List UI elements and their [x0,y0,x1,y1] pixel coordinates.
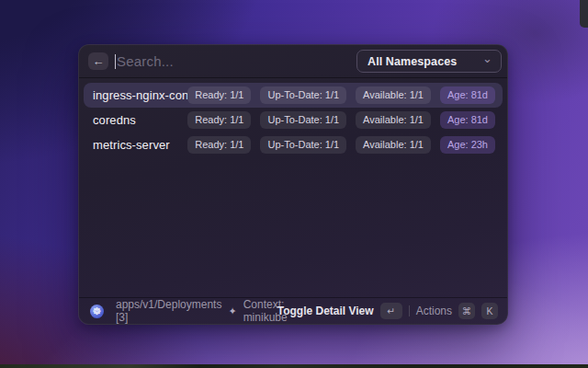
status-bar-left: ☸ apps/v1/Deployments [3] ✦ Context: min… [90,298,277,324]
age-badge: Age: 81d [440,86,495,105]
badge-group: Ready: 1/1 Up-To-Date: 1/1 Available: 1/… [187,111,495,130]
status-bar: ☸ apps/v1/Deployments [3] ✦ Context: min… [79,297,507,324]
deployment-name: coredns [93,113,187,127]
toggle-detail-view-button[interactable]: Toggle Detail View [277,305,374,317]
list-item-ingress-nginx-controller[interactable]: ingress-nginx-controller Ready: 1/1 Up-T… [84,83,503,108]
resource-breadcrumb: apps/v1/Deployments [3] [116,298,221,324]
back-arrow-icon: ← [93,55,105,67]
deployments-list: ingress-nginx-controller Ready: 1/1 Up-T… [79,78,507,157]
ready-badge: Ready: 1/1 [187,111,251,130]
search-placeholder: Search... [117,53,174,69]
wallpaper-bottom-strip [0,364,588,368]
badge-group: Ready: 1/1 Up-To-Date: 1/1 Available: 1/… [187,136,495,155]
up-to-date-badge: Up-To-Date: 1/1 [260,111,346,130]
deployment-name: ingress-nginx-controller [93,88,187,102]
command-palette-window: ← Search... All Namespaces ⌄ ingress-ngi… [78,44,508,325]
actions-button[interactable]: Actions [416,305,452,317]
age-badge: Age: 81d [440,111,495,130]
kubernetes-icon: ☸ [90,305,104,318]
ready-badge: Ready: 1/1 [187,136,251,155]
namespace-dropdown-value: All Namespaces [368,55,457,68]
list-item-metrics-server[interactable]: metrics-server Ready: 1/1 Up-To-Date: 1/… [84,132,503,157]
ready-badge: Ready: 1/1 [187,86,251,105]
up-to-date-badge: Up-To-Date: 1/1 [260,136,346,155]
sparkles-icon: ✦ [228,305,236,317]
available-badge: Available: 1/1 [356,136,431,155]
up-to-date-badge: Up-To-Date: 1/1 [260,86,346,105]
age-badge: Age: 23h [440,136,495,155]
text-caret [115,54,116,69]
search-input[interactable]: Search... [115,53,356,69]
cmd-key-icon[interactable]: ⌘ [458,303,475,320]
available-badge: Available: 1/1 [356,111,431,130]
enter-key-icon[interactable]: ↵ [380,303,402,320]
footer-divider [409,305,410,316]
search-header: ← Search... All Namespaces ⌄ [79,45,507,78]
empty-list-area [79,157,507,297]
k-key-icon[interactable]: K [481,303,498,320]
available-badge: Available: 1/1 [356,86,431,105]
list-item-coredns[interactable]: coredns Ready: 1/1 Up-To-Date: 1/1 Avail… [84,108,503,132]
wallpaper-corner-artifact [580,0,588,28]
badge-group: Ready: 1/1 Up-To-Date: 1/1 Available: 1/… [187,86,495,105]
status-bar-right: Toggle Detail View ↵ Actions ⌘ K [277,303,498,320]
deployment-name: metrics-server [93,138,187,152]
back-button[interactable]: ← [88,52,108,70]
namespace-dropdown[interactable]: All Namespaces ⌄ [356,50,502,73]
